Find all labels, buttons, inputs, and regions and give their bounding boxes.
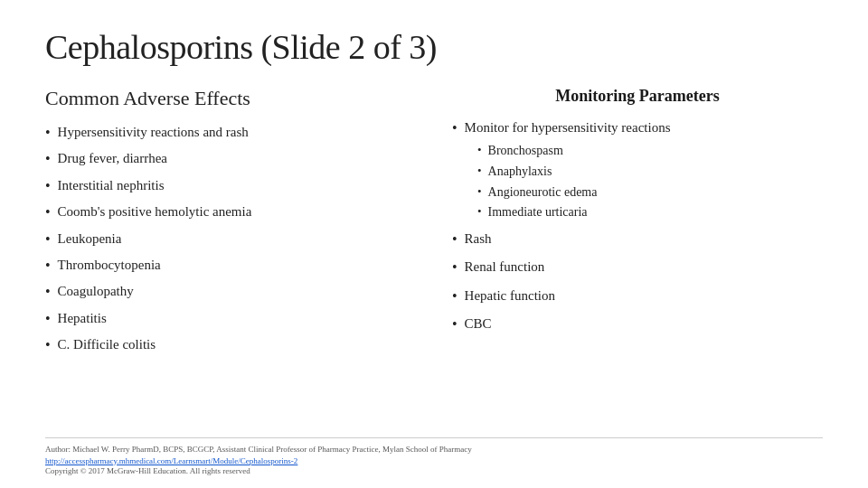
footer-link[interactable]: http://accesspharmacy.mhmedical.com/Lear… (45, 456, 823, 465)
sub-list-item: Immediate urticaria (477, 203, 823, 221)
footer: Author: Michael W. Perry PharmD, BCPS, B… (45, 437, 823, 477)
list-item: Rash (452, 230, 823, 249)
list-item: Renal function (452, 258, 823, 277)
footer-author: Author: Michael W. Perry PharmD, BCPS, B… (45, 444, 823, 456)
other-monitoring-list: Rash Renal function Hepatic function CBC (452, 230, 823, 335)
list-item: Interstitial nephritis (45, 176, 416, 196)
list-item: Coomb's positive hemolytic anemia (45, 202, 416, 222)
adverse-effects-list: Hypersensitivity reactions and rash Drug… (45, 123, 416, 356)
list-item: Leukopenia (45, 230, 416, 249)
slide-container: Cephalosporins (Slide 2 of 3) Common Adv… (0, 0, 868, 488)
footer-copyright: Copyright © 2017 McGraw-Hill Education. … (45, 465, 823, 478)
list-item: Hepatitis (45, 309, 416, 329)
list-item: Hepatic function (452, 286, 823, 306)
list-item: Coagulopathy (45, 282, 416, 302)
monitor-hypersensitivity: Monitor for hypersensitivity reactions B… (452, 118, 823, 221)
hypersensitivity-sub-list: Bronchospasm Anaphylaxis Angioneurotic e… (477, 142, 823, 221)
content-area: Common Adverse Effects Hypersensitivity … (45, 87, 823, 362)
list-item: Thrombocytopenia (45, 256, 416, 276)
monitoring-params-title: Monitoring Parameters (452, 87, 823, 106)
slide-title: Cephalosporins (Slide 2 of 3) (45, 27, 823, 67)
sub-list-item: Angioneurotic edema (477, 183, 823, 202)
right-column: Monitoring Parameters Monitor for hypers… (443, 87, 823, 362)
list-item: Hypersensitivity reactions and rash (45, 123, 416, 143)
list-item: Drug fever, diarrhea (45, 149, 416, 169)
left-column: Common Adverse Effects Hypersensitivity … (45, 87, 443, 362)
sub-list-item: Bronchospasm (477, 142, 823, 160)
adverse-effects-title: Common Adverse Effects (45, 87, 416, 110)
list-item: C. Difficile colitis (45, 335, 416, 355)
list-item: CBC (452, 314, 823, 334)
sub-list-item: Anaphylaxis (477, 163, 823, 181)
